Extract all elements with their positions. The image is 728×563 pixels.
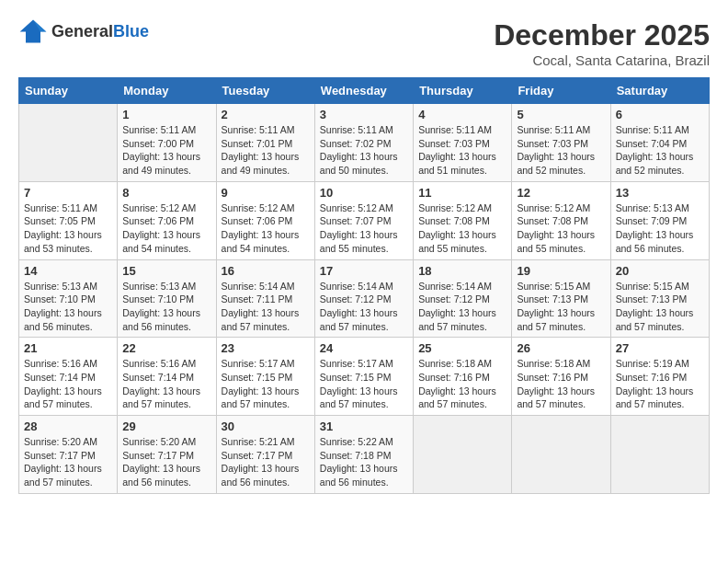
cell-info: Sunrise: 5:20 AMSunset: 7:17 PMDaylight:… [24,435,112,489]
day-number: 26 [517,341,605,355]
cell-info: Sunrise: 5:11 AMSunset: 7:00 PMDaylight:… [122,123,210,178]
day-number: 2 [222,108,310,121]
calendar-table: SundayMondayTuesdayWednesdayThursdayFrid… [18,77,710,494]
cell-info: Sunrise: 5:14 AMSunset: 7:12 PMDaylight:… [320,280,408,334]
day-number: 14 [24,264,112,278]
calendar-cell: 27Sunrise: 5:19 AMSunset: 7:16 PMDayligh… [610,338,709,416]
day-number: 16 [222,264,310,278]
calendar-cell: 4Sunrise: 5:11 AMSunset: 7:03 PMDaylight… [414,104,512,182]
cell-info: Sunrise: 5:21 AMSunset: 7:17 PMDaylight:… [222,435,310,489]
logo-icon [18,18,48,44]
cell-info: Sunrise: 5:11 AMSunset: 7:03 PMDaylight:… [517,123,605,178]
column-header-monday: Monday [118,78,216,104]
calendar-cell: 2Sunrise: 5:11 AMSunset: 7:01 PMDaylight… [216,104,314,182]
calendar-week-row: 21Sunrise: 5:16 AMSunset: 7:14 PMDayligh… [19,338,710,416]
page-header: GeneralBlue December 2025 Cocal, Santa C… [18,18,710,68]
cell-info: Sunrise: 5:14 AMSunset: 7:12 PMDaylight:… [418,280,506,334]
day-number: 27 [616,341,704,355]
day-number: 11 [418,186,506,200]
cell-info: Sunrise: 5:15 AMSunset: 7:13 PMDaylight:… [616,280,704,334]
logo-blue: Blue [113,22,149,40]
calendar-cell: 22Sunrise: 5:16 AMSunset: 7:14 PMDayligh… [118,338,216,416]
column-header-tuesday: Tuesday [216,78,314,104]
calendar-cell: 14Sunrise: 5:13 AMSunset: 7:10 PMDayligh… [19,259,118,338]
calendar-week-row: 28Sunrise: 5:20 AMSunset: 7:17 PMDayligh… [19,416,710,494]
cell-info: Sunrise: 5:13 AMSunset: 7:10 PMDaylight:… [24,280,112,334]
day-number: 25 [418,341,506,355]
day-number: 9 [222,186,310,200]
calendar-cell [610,416,709,494]
calendar-cell: 10Sunrise: 5:12 AMSunset: 7:07 PMDayligh… [314,181,413,259]
main-title: December 2025 [494,18,710,52]
cell-info: Sunrise: 5:16 AMSunset: 7:14 PMDaylight:… [24,357,112,411]
day-number: 28 [24,419,112,433]
cell-info: Sunrise: 5:13 AMSunset: 7:10 PMDaylight:… [122,280,210,334]
cell-info: Sunrise: 5:17 AMSunset: 7:15 PMDaylight:… [222,357,310,411]
cell-info: Sunrise: 5:15 AMSunset: 7:13 PMDaylight:… [517,280,605,334]
day-number: 6 [616,108,704,121]
day-number: 29 [122,419,210,433]
day-number: 12 [517,186,605,200]
calendar-cell: 29Sunrise: 5:20 AMSunset: 7:17 PMDayligh… [118,416,216,494]
day-number: 1 [122,108,210,121]
calendar-cell: 5Sunrise: 5:11 AMSunset: 7:03 PMDaylight… [512,104,610,182]
column-header-sunday: Sunday [19,78,118,104]
calendar-cell: 26Sunrise: 5:18 AMSunset: 7:16 PMDayligh… [512,338,610,416]
day-number: 21 [24,341,112,355]
calendar-cell: 9Sunrise: 5:12 AMSunset: 7:06 PMDaylight… [216,181,314,259]
calendar-cell: 21Sunrise: 5:16 AMSunset: 7:14 PMDayligh… [19,338,118,416]
cell-info: Sunrise: 5:14 AMSunset: 7:11 PMDaylight:… [222,280,310,334]
day-number: 30 [222,419,310,433]
day-number: 24 [320,341,408,355]
cell-info: Sunrise: 5:17 AMSunset: 7:15 PMDaylight:… [320,357,408,411]
cell-info: Sunrise: 5:22 AMSunset: 7:18 PMDaylight:… [320,435,408,489]
day-number: 22 [122,341,210,355]
calendar-cell: 20Sunrise: 5:15 AMSunset: 7:13 PMDayligh… [610,259,709,338]
calendar-cell: 23Sunrise: 5:17 AMSunset: 7:15 PMDayligh… [216,338,314,416]
day-number: 20 [616,264,704,278]
calendar-cell: 30Sunrise: 5:21 AMSunset: 7:17 PMDayligh… [216,416,314,494]
day-number: 4 [418,108,506,121]
calendar-cell: 3Sunrise: 5:11 AMSunset: 7:02 PMDaylight… [314,104,413,182]
calendar-cell: 31Sunrise: 5:22 AMSunset: 7:18 PMDayligh… [314,416,413,494]
column-header-friday: Friday [512,78,610,104]
cell-info: Sunrise: 5:11 AMSunset: 7:05 PMDaylight:… [24,201,112,256]
cell-info: Sunrise: 5:11 AMSunset: 7:02 PMDaylight:… [320,123,408,178]
calendar-header-row: SundayMondayTuesdayWednesdayThursdayFrid… [19,78,710,104]
column-header-wednesday: Wednesday [314,78,413,104]
day-number: 10 [320,186,408,200]
cell-info: Sunrise: 5:12 AMSunset: 7:06 PMDaylight:… [222,201,310,256]
cell-info: Sunrise: 5:12 AMSunset: 7:08 PMDaylight:… [418,201,506,256]
cell-info: Sunrise: 5:20 AMSunset: 7:17 PMDaylight:… [122,435,210,489]
day-number: 13 [616,186,704,200]
calendar-cell: 12Sunrise: 5:12 AMSunset: 7:08 PMDayligh… [512,181,610,259]
calendar-cell [414,416,512,494]
cell-info: Sunrise: 5:18 AMSunset: 7:16 PMDaylight:… [418,357,506,411]
day-number: 19 [517,264,605,278]
calendar-cell: 18Sunrise: 5:14 AMSunset: 7:12 PMDayligh… [414,259,512,338]
calendar-cell [19,104,118,182]
calendar-cell: 6Sunrise: 5:11 AMSunset: 7:04 PMDaylight… [610,104,709,182]
calendar-week-row: 1Sunrise: 5:11 AMSunset: 7:00 PMDaylight… [19,104,710,182]
cell-info: Sunrise: 5:16 AMSunset: 7:14 PMDaylight:… [122,357,210,411]
day-number: 15 [122,264,210,278]
calendar-cell: 16Sunrise: 5:14 AMSunset: 7:11 PMDayligh… [216,259,314,338]
cell-info: Sunrise: 5:19 AMSunset: 7:16 PMDaylight:… [616,357,704,411]
day-number: 31 [320,419,408,433]
calendar-cell: 13Sunrise: 5:13 AMSunset: 7:09 PMDayligh… [610,181,709,259]
day-number: 17 [320,264,408,278]
cell-info: Sunrise: 5:12 AMSunset: 7:06 PMDaylight:… [122,201,210,256]
subtitle: Cocal, Santa Catarina, Brazil [494,52,710,68]
calendar-cell: 8Sunrise: 5:12 AMSunset: 7:06 PMDaylight… [118,181,216,259]
cell-info: Sunrise: 5:13 AMSunset: 7:09 PMDaylight:… [616,201,704,256]
calendar-cell: 15Sunrise: 5:13 AMSunset: 7:10 PMDayligh… [118,259,216,338]
logo: GeneralBlue [18,18,149,44]
calendar-week-row: 14Sunrise: 5:13 AMSunset: 7:10 PMDayligh… [19,259,710,338]
day-number: 5 [517,108,605,121]
calendar-cell: 24Sunrise: 5:17 AMSunset: 7:15 PMDayligh… [314,338,413,416]
calendar-cell: 7Sunrise: 5:11 AMSunset: 7:05 PMDaylight… [19,181,118,259]
cell-info: Sunrise: 5:12 AMSunset: 7:07 PMDaylight:… [320,201,408,256]
column-header-saturday: Saturday [610,78,709,104]
day-number: 23 [222,341,310,355]
cell-info: Sunrise: 5:12 AMSunset: 7:08 PMDaylight:… [517,201,605,256]
